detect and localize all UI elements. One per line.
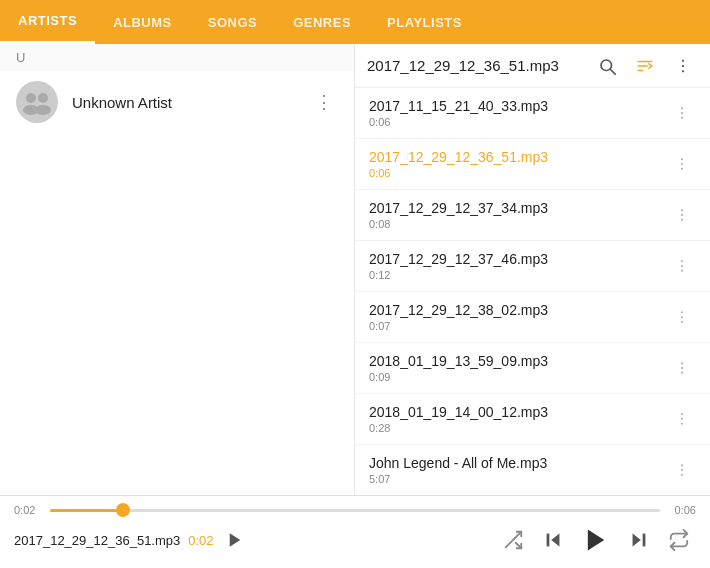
svg-marker-41 — [588, 530, 604, 551]
track-more-button[interactable] — [668, 456, 696, 484]
now-playing-time: 0:02 — [188, 533, 213, 548]
svg-point-1 — [38, 93, 48, 103]
svg-point-35 — [681, 474, 683, 476]
track-more-button[interactable] — [668, 405, 696, 433]
track-item[interactable]: 2018_01_19_13_59_09.mp3 0:09 — [355, 343, 710, 394]
track-more-button[interactable] — [668, 99, 696, 127]
nav-artists[interactable]: ARTISTS — [0, 0, 95, 44]
now-playing-title: 2017_12_29_12_36_51.mp3 — [14, 533, 180, 548]
artist-name: Unknown Artist — [72, 94, 310, 111]
svg-point-34 — [681, 469, 683, 471]
svg-point-26 — [681, 321, 683, 323]
track-info: 2018_01_19_13_59_09.mp3 0:09 — [369, 353, 668, 383]
svg-point-25 — [681, 316, 683, 318]
track-name: 2017_12_29_12_37_46.mp3 — [369, 251, 668, 267]
svg-marker-42 — [633, 534, 641, 547]
track-info: 2017_12_29_12_36_51.mp3 0:06 — [369, 149, 668, 179]
nav-genres[interactable]: GENRES — [275, 0, 369, 44]
track-item[interactable]: 2017_12_29_12_36_51.mp3 0:06 — [355, 139, 710, 190]
track-item[interactable]: 2017_12_29_12_38_02.mp3 0:07 — [355, 292, 710, 343]
player-controls: 2017_12_29_12_36_51.mp3 0:02 — [0, 516, 710, 568]
track-more-button[interactable] — [668, 150, 696, 178]
svg-point-16 — [681, 163, 683, 165]
svg-point-9 — [682, 59, 684, 61]
header-track-title: 2017_12_29_12_36_51.mp3 — [367, 57, 592, 74]
track-duration: 0:06 — [369, 116, 668, 128]
svg-point-14 — [681, 117, 683, 119]
track-name: 2017_12_29_12_37_34.mp3 — [369, 200, 668, 216]
svg-point-28 — [681, 367, 683, 369]
svg-point-27 — [681, 362, 683, 364]
avatar — [16, 81, 58, 123]
track-more-button[interactable] — [668, 252, 696, 280]
track-item[interactable]: 2017_12_29_12_37_46.mp3 0:12 — [355, 241, 710, 292]
svg-point-23 — [681, 270, 683, 272]
track-duration: 0:08 — [369, 218, 668, 230]
repeat-button[interactable] — [662, 523, 696, 557]
progress-fill — [50, 509, 123, 512]
track-name: 2017_12_29_12_36_51.mp3 — [369, 149, 668, 165]
track-info: 2017_12_29_12_38_02.mp3 0:07 — [369, 302, 668, 332]
svg-rect-43 — [643, 534, 646, 547]
track-item[interactable]: 2017_11_15_21_40_33.mp3 0:06 — [355, 88, 710, 139]
svg-point-17 — [681, 168, 683, 170]
play-pause-button[interactable] — [576, 520, 616, 560]
mini-play-button[interactable] — [220, 525, 250, 555]
artist-item-unknown[interactable]: Unknown Artist ⋮ — [0, 71, 354, 133]
track-name: 2018_01_19_13_59_09.mp3 — [369, 353, 668, 369]
svg-point-29 — [681, 372, 683, 374]
prev-button[interactable] — [536, 523, 570, 557]
track-name: 2017_11_15_21_40_33.mp3 — [369, 98, 668, 114]
track-info: 2017_11_15_21_40_33.mp3 0:06 — [369, 98, 668, 128]
player-area: 0:02 0:06 2017_12_29_12_36_51.mp3 0:02 — [0, 495, 710, 568]
track-info: 2018_01_19_14_00_12.mp3 0:28 — [369, 404, 668, 434]
svg-point-18 — [681, 209, 683, 211]
svg-point-11 — [682, 70, 684, 72]
next-button[interactable] — [622, 523, 656, 557]
track-more-button[interactable] — [668, 354, 696, 382]
tracks-panel: 2017_12_29_12_36_51.mp3 — [355, 44, 710, 495]
track-name: 2017_12_29_12_38_02.mp3 — [369, 302, 668, 318]
progress-track[interactable] — [50, 509, 660, 512]
track-duration: 5:07 — [369, 473, 668, 485]
track-duration: 0:12 — [369, 269, 668, 281]
track-info: 2017_12_29_12_37_46.mp3 0:12 — [369, 251, 668, 281]
main-area: U Unknown Artist ⋮ 2017_12_29_12_36_51.m… — [0, 44, 710, 495]
track-item[interactable]: 2017_12_29_12_37_34.mp3 0:08 — [355, 190, 710, 241]
track-more-button[interactable] — [668, 201, 696, 229]
svg-point-32 — [681, 423, 683, 425]
svg-rect-40 — [547, 534, 550, 547]
progress-bar-area: 0:02 0:06 — [0, 496, 710, 516]
header-more-button[interactable] — [668, 51, 698, 81]
track-duration: 0:09 — [369, 371, 668, 383]
svg-point-24 — [681, 311, 683, 313]
track-info: 2017_12_29_12_37_34.mp3 0:08 — [369, 200, 668, 230]
svg-point-10 — [682, 64, 684, 66]
section-letter-u: U — [0, 44, 354, 71]
svg-point-4 — [601, 60, 612, 71]
artist-more-button[interactable]: ⋮ — [310, 88, 338, 116]
track-list: 2017_11_15_21_40_33.mp3 0:06 2017_12_29_… — [355, 88, 710, 495]
svg-point-31 — [681, 418, 683, 420]
track-name: John Legend - All of Me.mp3 — [369, 455, 668, 471]
svg-point-20 — [681, 219, 683, 221]
search-button[interactable] — [592, 51, 622, 81]
track-name: 2018_01_19_14_00_12.mp3 — [369, 404, 668, 420]
nav-songs[interactable]: SONGS — [190, 0, 275, 44]
controls-right — [496, 520, 696, 560]
svg-marker-36 — [229, 533, 240, 547]
svg-point-3 — [35, 105, 51, 115]
track-item[interactable]: 2018_01_19_14_00_12.mp3 0:28 — [355, 394, 710, 445]
svg-point-12 — [681, 107, 683, 109]
svg-point-0 — [26, 93, 36, 103]
track-duration: 0:28 — [369, 422, 668, 434]
track-item[interactable]: John Legend - All of Me.mp3 5:07 — [355, 445, 710, 495]
track-more-button[interactable] — [668, 303, 696, 331]
nav-playlists[interactable]: PLAYLISTS — [369, 0, 480, 44]
top-navigation: ARTISTS ALBUMS SONGS GENRES PLAYLISTS — [0, 0, 710, 44]
svg-point-33 — [681, 464, 683, 466]
sort-button[interactable] — [630, 51, 660, 81]
svg-line-5 — [611, 69, 616, 74]
nav-albums[interactable]: ALBUMS — [95, 0, 190, 44]
shuffle-button[interactable] — [496, 523, 530, 557]
